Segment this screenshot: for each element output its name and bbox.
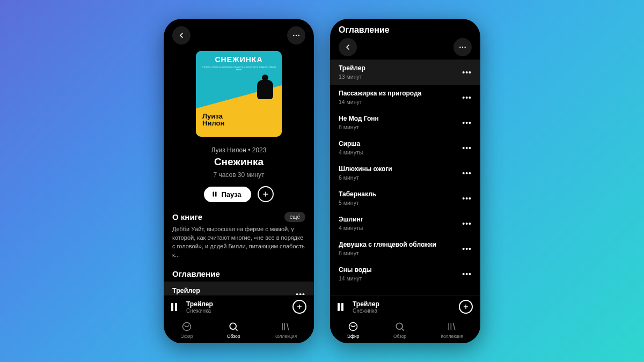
pause-icon [211, 191, 218, 197]
toc-section-header: Оглавление [164, 260, 314, 282]
cover-author: Луиза Нилон [202, 113, 224, 127]
chapter-row[interactable]: Трейлер13 минут••• [330, 60, 480, 85]
mini-pause-button[interactable] [338, 303, 347, 311]
chapter-name: Эшлинг [339, 216, 363, 223]
chapter-row[interactable]: Не Мод Гонн8 минут••• [330, 110, 480, 135]
arrow-left-icon [343, 43, 352, 51]
svg-point-6 [230, 323, 237, 329]
search-icon [394, 321, 405, 332]
mini-add-button[interactable] [459, 300, 473, 314]
svg-point-8 [462, 47, 463, 48]
mini-add-button[interactable] [292, 300, 306, 314]
chapter-name: Сирша [339, 140, 363, 147]
plus-icon [262, 190, 269, 198]
more-button[interactable] [453, 38, 472, 56]
arrow-left-icon [177, 31, 186, 40]
library-icon [447, 321, 457, 332]
toc-heading: Оглавление [172, 269, 220, 278]
more-button[interactable] [287, 26, 305, 45]
about-text: Дебби Уайт, выросшая на ферме с мамой, у… [164, 225, 314, 260]
now-playing-title: Трейлер [353, 300, 453, 308]
chapter-row[interactable]: Сирша4 минуты••• [330, 135, 480, 160]
chapter-more-button[interactable]: ••• [462, 68, 472, 77]
chapter-duration: 13 минут [339, 73, 365, 80]
pause-label: Пауза [221, 190, 241, 198]
now-playing-subtitle: Снежинка [186, 308, 287, 314]
now-playing-title: Трейлер [186, 300, 287, 308]
now-playing-text: Трейлер Снежинка [353, 300, 453, 314]
svg-point-1 [296, 35, 297, 36]
search-icon [228, 321, 239, 332]
chapter-more-button[interactable]: ••• [462, 119, 472, 127]
chapter-duration: 8 минут [339, 124, 379, 130]
add-button[interactable] [258, 186, 274, 202]
chapter-more-button[interactable]: ••• [462, 245, 472, 253]
chapter-more-button[interactable]: ••• [462, 270, 472, 278]
chapter-name: Не Мод Гонн [339, 115, 379, 122]
chapter-row[interactable]: Табернакль5 минут••• [330, 186, 480, 211]
toc-scroll[interactable]: Трейлер13 минут•••Пассажирка из пригород… [330, 60, 480, 295]
chapter-row[interactable]: Шлюхины ожоги6 минут••• [330, 160, 480, 186]
chapter-duration: 8 минут [339, 250, 436, 256]
chapter-duration: 4 минуты [339, 149, 363, 156]
chapter-more-button[interactable]: ••• [462, 169, 472, 178]
svg-rect-3 [213, 192, 215, 197]
svg-point-9 [464, 47, 465, 48]
screen-title-row: Оглавление [330, 19, 480, 35]
bottom-tabs: Эфир Обзор Коллекция [330, 318, 480, 343]
tab-label: Эфир [181, 334, 193, 339]
chapter-name: Трейлер [172, 287, 200, 294]
tab-broadcast[interactable]: Эфир [347, 321, 360, 339]
plus-icon [296, 304, 303, 310]
now-playing-bar[interactable]: Трейлер Снежинка [330, 295, 480, 318]
now-playing-bar[interactable]: Трейлер Снежинка [164, 295, 314, 318]
svg-point-7 [459, 47, 460, 48]
library-icon [280, 321, 291, 332]
bottom-tabs: Эфир Обзор Коллекция [164, 318, 314, 343]
chapter-name: Табернакль [339, 190, 376, 198]
chapter-row[interactable]: Трейлер 13 минут ••• [164, 282, 314, 295]
back-button[interactable] [339, 38, 357, 56]
back-button[interactable] [172, 26, 191, 45]
chapter-name: Девушка с глянцевой обложки [339, 241, 436, 248]
tab-label: Коллекция [441, 334, 463, 339]
phone-book-detail: СНЕЖИНКА О любви, нежности, депрессии и … [164, 19, 314, 343]
chapter-name: Сны воды [339, 266, 372, 274]
tab-review[interactable]: Обзор [393, 321, 407, 339]
top-bar [330, 35, 480, 61]
chapter-row[interactable]: Эшлинг4 минуты••• [330, 211, 480, 236]
more-horizontal-icon [458, 43, 467, 51]
svg-rect-4 [215, 192, 217, 197]
book-cover[interactable]: СНЕЖИНКА О любви, нежности, депрессии и … [196, 51, 282, 137]
chapter-duration: 14 минут [339, 99, 421, 105]
tab-broadcast[interactable]: Эфир [181, 321, 193, 339]
chapter-more-button[interactable]: ••• [462, 144, 472, 152]
book-title: Снежинка [164, 156, 314, 168]
tab-collection[interactable]: Коллекция [441, 321, 463, 339]
cover-silhouette [257, 75, 273, 99]
chapter-name: Шлюхины ожоги [339, 165, 392, 173]
svg-point-2 [298, 35, 299, 36]
tab-label: Эфир [347, 334, 360, 339]
about-section-header: О книге ещё [164, 202, 314, 225]
tab-collection[interactable]: Коллекция [274, 321, 297, 339]
pause-button[interactable]: Пауза [204, 187, 251, 202]
broadcast-icon [348, 321, 358, 332]
tab-review[interactable]: Обзор [227, 321, 240, 339]
tab-label: Коллекция [274, 334, 297, 339]
more-link[interactable]: ещё [284, 212, 305, 222]
chapter-more-button[interactable]: ••• [462, 93, 472, 102]
broadcast-icon [181, 321, 192, 332]
screen-title: Оглавление [339, 25, 472, 35]
chapter-more-button[interactable]: ••• [296, 290, 305, 295]
mini-pause-button[interactable] [171, 303, 181, 311]
chapter-more-button[interactable]: ••• [462, 194, 472, 203]
chapter-row[interactable]: Девушка с глянцевой обложки8 минут••• [330, 236, 480, 261]
chapter-row[interactable]: Сны воды14 минут••• [330, 261, 480, 286]
detail-scroll[interactable]: СНЕЖИНКА О любви, нежности, депрессии и … [164, 49, 314, 295]
tab-label: Обзор [227, 334, 240, 339]
chapter-more-button[interactable]: ••• [462, 219, 472, 228]
chapter-row[interactable]: Пассажирка из пригорода14 минут••• [330, 85, 480, 110]
now-playing-text: Трейлер Снежинка [186, 300, 287, 314]
cover-title: СНЕЖИНКА [196, 55, 282, 64]
